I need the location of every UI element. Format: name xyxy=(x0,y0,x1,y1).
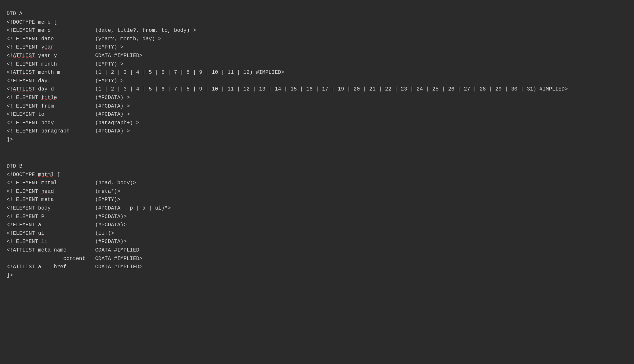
element-meta-content: (EMPTY)> xyxy=(95,196,120,204)
element-li-content: (#PCDATA)> xyxy=(95,238,127,246)
attlist-meta-content-indent: content xyxy=(7,255,95,263)
element-paragraph: <! ELEMENT paragraph xyxy=(7,127,95,136)
element-date-content: (year?, month, day) > xyxy=(95,35,161,44)
element-date-line: <! ELEMENT date (year?, month, day) > xyxy=(7,35,627,44)
blank-separator-1 xyxy=(7,154,627,163)
dtd-a-heading: DTD A xyxy=(7,10,627,18)
attlist-day-content: (1 | 2 | 3 | 4 | 5 | 6 | 7 | 8 | 9 | 10 … xyxy=(95,85,568,94)
element-paragraph-content: (#PCDATA) > xyxy=(95,127,130,136)
dtd-b-section: DTD B <!DOCTYPE mhtml [ <! ELEMENT mhtml… xyxy=(7,162,627,280)
attlist-a-href-line: <!ATTLIST a href CDATA #IMPLIED> xyxy=(7,263,627,272)
element-mhtml-line: <! ELEMENT mhtml (head, body)> xyxy=(7,179,627,188)
element-li-line: <! ELEMENT li (#PCDATA)> xyxy=(7,238,627,246)
element-memo-content: (date, title?, from, to, body) > xyxy=(95,27,196,35)
dtd-b-close-line: ]> xyxy=(7,272,627,280)
dtd-a-section: DTD A <!DOCTYPE memo [ <!ELEMENT memo (d… xyxy=(7,10,627,144)
doctype-memo-line: <!DOCTYPE memo [ xyxy=(7,18,627,27)
attlist-day-line: <!ATTLIST day d (1 | 2 | 3 | 4 | 5 | 6 |… xyxy=(7,85,627,94)
attlist-day: <!ATTLIST day d xyxy=(7,85,95,94)
element-from-content: (#PCDATA) > xyxy=(95,102,130,111)
element-body-line: <! ELEMENT body (paragraph+) > xyxy=(7,119,627,128)
element-month: <! ELEMENT month xyxy=(7,60,95,69)
element-ul-content: (li+)> xyxy=(95,230,114,238)
element-day-content: (EMPTY) > xyxy=(95,77,123,86)
element-p-line: <! ELEMENT P (#PCDATA)> xyxy=(7,213,627,221)
element-head-line: <! ELEMENT head (meta*)> xyxy=(7,188,627,196)
dtd-b-title: DTD B xyxy=(7,162,22,171)
element-to: <!ELEMENT to xyxy=(7,111,95,119)
element-paragraph-line: <! ELEMENT paragraph (#PCDATA) > xyxy=(7,127,627,136)
element-ul-line: <!ELEMENT ul (li+)> xyxy=(7,230,627,238)
doctype-memo: <!DOCTYPE memo [ xyxy=(7,18,95,27)
element-month-line: <! ELEMENT month (EMPTY) > xyxy=(7,60,627,69)
attlist-meta-content-value: CDATA #IMPLIED> xyxy=(95,255,142,263)
element-memo-line: <!ELEMENT memo (date, title?, from, to, … xyxy=(7,27,627,35)
element-year-content: (EMPTY) > xyxy=(95,43,123,52)
element-year-line: <! ELEMENT year (EMPTY) > xyxy=(7,43,627,52)
attlist-meta-name: <!ATTLIST meta name xyxy=(7,246,95,255)
dtd-a-title: DTD A xyxy=(7,10,22,18)
element-title: <! ELEMENT title xyxy=(7,94,95,102)
element-head-content: (meta*)> xyxy=(95,188,120,196)
attlist-meta-content-line: content CDATA #IMPLIED> xyxy=(7,255,627,263)
attlist-year-line: <!ATTLIST year y CDATA #IMPLIED> xyxy=(7,52,627,60)
element-memo: <!ELEMENT memo xyxy=(7,27,95,35)
element-a: <!ELEMENT a xyxy=(7,221,95,230)
element-a-line: <!ELEMENT a (#PCDATA)> xyxy=(7,221,627,230)
element-body-b-content: (#PCDATA | p | a | ul)*> xyxy=(95,204,171,213)
attlist-month: <!ATTLIST month m xyxy=(7,69,95,77)
element-day-line: <!ELEMENT day. (EMPTY) > xyxy=(7,77,627,86)
dtd-a-close-line: ]> xyxy=(7,136,627,144)
element-head: <! ELEMENT head xyxy=(7,188,95,196)
element-year: <! ELEMENT year xyxy=(7,43,95,52)
element-title-line: <! ELEMENT title (#PCDATA) > xyxy=(7,94,627,102)
attlist-year: <!ATTLIST year y xyxy=(7,52,95,60)
element-meta: <! ELEMENT meta xyxy=(7,196,95,204)
element-mhtml-content: (head, body)> xyxy=(95,179,136,188)
attlist-a-href-content: CDATA #IMPLIED> xyxy=(95,263,142,272)
attlist-month-content: (1 | 2 | 3 | 4 | 5 | 6 | 7 | 8 | 9 | 10 … xyxy=(95,69,284,77)
element-day: <!ELEMENT day. xyxy=(7,77,95,86)
element-to-content: (#PCDATA) > xyxy=(95,111,130,119)
element-a-content: (#PCDATA)> xyxy=(95,221,127,230)
element-to-line: <!ELEMENT to (#PCDATA) > xyxy=(7,111,627,119)
attlist-a-href: <!ATTLIST a href xyxy=(7,263,95,272)
element-from-line: <! ELEMENT from (#PCDATA) > xyxy=(7,102,627,111)
element-body-b: <!ELEMENT body xyxy=(7,204,95,213)
element-body-content: (paragraph+) > xyxy=(95,119,139,128)
element-mhtml: <! ELEMENT mhtml xyxy=(7,179,95,188)
element-body-b-line: <!ELEMENT body (#PCDATA | p | a | ul)*> xyxy=(7,204,627,213)
element-title-content: (#PCDATA) > xyxy=(95,94,130,102)
attlist-meta-name-content: CDATA #IMPLIED xyxy=(95,246,139,255)
attlist-year-content: CDATA #IMPLIED> xyxy=(95,52,142,60)
dtd-a-close: ]> xyxy=(7,136,13,144)
element-p: <! ELEMENT P xyxy=(7,213,95,221)
element-from: <! ELEMENT from xyxy=(7,102,95,111)
element-ul: <!ELEMENT ul xyxy=(7,230,95,238)
element-li: <! ELEMENT li xyxy=(7,238,95,246)
attlist-month-line: <!ATTLIST month m (1 | 2 | 3 | 4 | 5 | 6… xyxy=(7,69,627,77)
dtd-b-heading: DTD B xyxy=(7,162,627,171)
attlist-meta-name-line: <!ATTLIST meta name CDATA #IMPLIED xyxy=(7,246,627,255)
doctype-mhtml: <!DOCTYPE mhtml [ xyxy=(7,171,95,179)
main-content: DTD A <!DOCTYPE memo [ <!ELEMENT memo (d… xyxy=(7,7,627,293)
dtd-b-close: ]> xyxy=(7,272,13,280)
element-month-content: (EMPTY) > xyxy=(95,60,123,69)
doctype-mhtml-line: <!DOCTYPE mhtml [ xyxy=(7,171,627,179)
element-date: <! ELEMENT date xyxy=(7,35,95,44)
element-p-content: (#PCDATA)> xyxy=(95,213,127,221)
element-body: <! ELEMENT body xyxy=(7,119,95,128)
element-meta-line: <! ELEMENT meta (EMPTY)> xyxy=(7,196,627,204)
